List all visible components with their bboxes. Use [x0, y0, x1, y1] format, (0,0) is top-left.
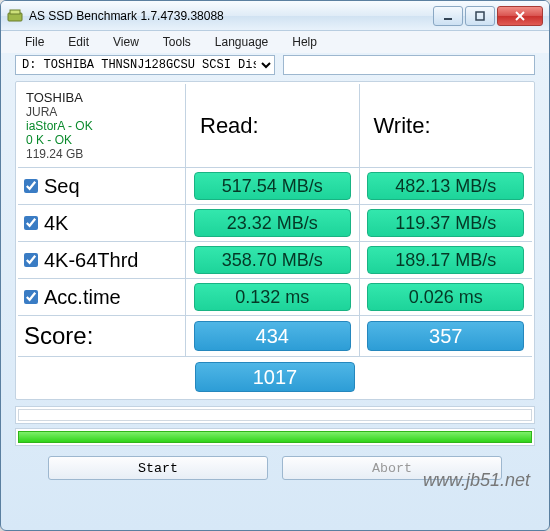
drive-capacity: 119.24 GB: [26, 147, 83, 161]
test-4k64-label: 4K-64Thrd: [18, 242, 186, 278]
menubar: File Edit View Tools Language Help: [1, 31, 549, 53]
menu-help[interactable]: Help: [282, 33, 327, 51]
menu-tools[interactable]: Tools: [153, 33, 201, 51]
titlebar: AS SSD Benchmark 1.7.4739.38088: [1, 1, 549, 31]
drive-align-status: 0 K - OK: [26, 133, 72, 147]
test-4k-checkbox[interactable]: [24, 216, 38, 230]
test-acc-label: Acc.time: [18, 279, 186, 315]
abort-button[interactable]: Abort: [282, 456, 502, 480]
menu-file[interactable]: File: [15, 33, 54, 51]
drive-selector[interactable]: D: TOSHIBA THNSNJ128GCSU SCSI Disk D: [15, 55, 275, 75]
drive-firmware: JURA: [26, 105, 57, 119]
drive-vendor: TOSHIBA: [26, 90, 83, 105]
progress-primary: [15, 428, 535, 446]
test-4k-label: 4K: [18, 205, 186, 241]
header-read: Read:: [186, 84, 360, 167]
svg-rect-3: [476, 12, 484, 20]
window-title: AS SSD Benchmark 1.7.4739.38088: [29, 9, 433, 23]
menu-edit[interactable]: Edit: [58, 33, 99, 51]
score-read-value: 434: [194, 321, 351, 351]
4k-read-value: 23.32 MB/s: [194, 209, 351, 237]
drive-info-panel: TOSHIBA JURA iaStorA - OK 0 K - OK 119.2…: [18, 84, 186, 167]
test-4k64-checkbox[interactable]: [24, 253, 38, 267]
start-button[interactable]: Start: [48, 456, 268, 480]
minimize-button[interactable]: [433, 6, 463, 26]
app-window: AS SSD Benchmark 1.7.4739.38088 File Edi…: [0, 0, 550, 531]
drive-driver-status: iaStorA - OK: [26, 119, 93, 133]
score-write-value: 357: [367, 321, 524, 351]
score-label: Score:: [18, 316, 186, 356]
4k64-write-value: 189.17 MB/s: [367, 246, 524, 274]
test-seq-label: Seq: [18, 168, 186, 204]
acc-read-value: 0.132 ms: [194, 283, 351, 311]
4k-write-value: 119.37 MB/s: [367, 209, 524, 237]
seq-read-value: 517.54 MB/s: [194, 172, 351, 200]
test-seq-checkbox[interactable]: [24, 179, 38, 193]
progress-secondary: [15, 406, 535, 424]
toolbar: D: TOSHIBA THNSNJ128GCSU SCSI Disk D: [1, 53, 549, 81]
4k64-read-value: 358.70 MB/s: [194, 246, 351, 274]
seq-write-value: 482.13 MB/s: [367, 172, 524, 200]
header-write: Write:: [360, 84, 533, 167]
test-acc-checkbox[interactable]: [24, 290, 38, 304]
menu-language[interactable]: Language: [205, 33, 278, 51]
close-button[interactable]: [497, 6, 543, 26]
score-total-value: 1017: [195, 362, 355, 392]
acc-write-value: 0.026 ms: [367, 283, 524, 311]
menu-view[interactable]: View: [103, 33, 149, 51]
filter-input[interactable]: [283, 55, 535, 75]
maximize-button[interactable]: [465, 6, 495, 26]
app-icon: [7, 8, 23, 24]
results-grid: TOSHIBA JURA iaStorA - OK 0 K - OK 119.2…: [15, 81, 535, 400]
svg-rect-1: [10, 10, 20, 14]
